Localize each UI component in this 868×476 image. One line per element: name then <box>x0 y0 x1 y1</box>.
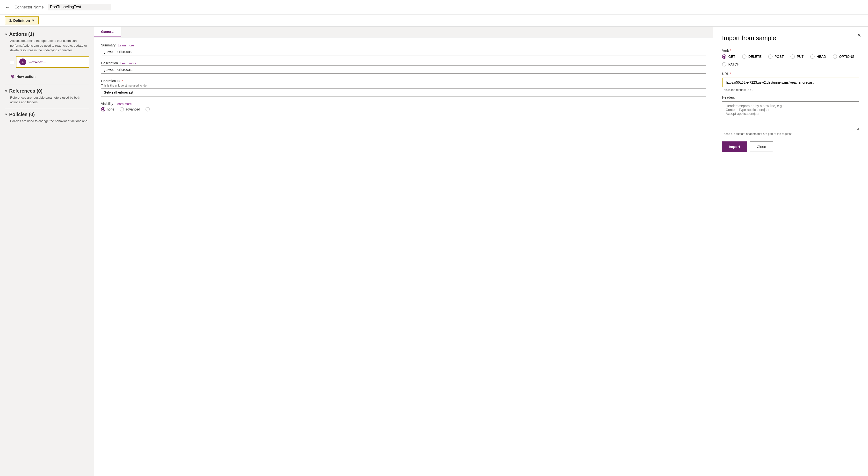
middle-panel: General Summary Learn more Description L… <box>94 27 713 476</box>
headers-section: Headers These are custom headers that ar… <box>722 95 859 136</box>
description-label: Description Learn more <box>101 61 706 65</box>
verb-get[interactable]: GET <box>722 54 735 59</box>
summary-label: Summary Learn more <box>101 43 706 47</box>
close-button[interactable]: Close <box>750 142 773 152</box>
actions-chevron: ∨ <box>5 32 7 36</box>
left-panel: ∨ Actions (1) Actions determine the oper… <box>0 27 94 476</box>
verb-head-radio <box>810 54 815 59</box>
url-label: URL * <box>722 72 859 76</box>
action-number: 1 <box>19 59 26 65</box>
visibility-none[interactable]: none <box>101 107 114 112</box>
summary-learn-more[interactable]: Learn more <box>118 43 134 47</box>
operation-id-hint: This is the unique string used to ide <box>101 84 706 87</box>
operation-id-input[interactable] <box>101 88 706 96</box>
policies-chevron: ∨ <box>5 112 7 116</box>
back-button[interactable]: ← <box>5 4 10 10</box>
verb-delete-radio <box>742 54 746 59</box>
action-menu-icon[interactable]: ··· <box>82 59 86 64</box>
verb-head[interactable]: HEAD <box>810 54 826 59</box>
verb-post-radio <box>768 54 773 59</box>
verb-options[interactable]: OPTIONS <box>833 54 854 59</box>
visibility-row: Visibility Learn more none advanced <box>101 102 706 112</box>
close-panel-button[interactable]: ✕ <box>857 32 861 38</box>
headers-hint: These are custom headers that are part o… <box>722 132 859 136</box>
description-field-row: Description Learn more <box>101 61 706 74</box>
top-bar: ← Connector Name <box>0 0 868 14</box>
actions-description: Actions determine the operations that us… <box>5 38 89 53</box>
references-section-header[interactable]: ∨ References (0) <box>5 88 89 94</box>
new-action-icon: ⊕ <box>10 73 14 80</box>
step-bar: 3. Definition ∨ <box>0 14 868 27</box>
summary-input[interactable] <box>101 48 706 56</box>
url-section: URL * This is the request URL. <box>722 72 859 92</box>
visibility-none-radio <box>101 107 105 112</box>
verb-delete[interactable]: DELETE <box>742 54 762 59</box>
visibility-important[interactable] <box>146 107 151 112</box>
operation-id-field-row: Operation ID * This is the unique string… <box>101 79 706 96</box>
connector-name-label: Connector Name <box>14 5 44 9</box>
panel-title: Import from sample <box>722 34 859 42</box>
step-label: 3. Definition <box>9 19 30 23</box>
verb-options-radio <box>833 54 837 59</box>
verb-section: Verb * GET DELETE POST PUT <box>722 49 859 66</box>
right-panel: Import from sample ✕ Verb * GET DELETE P <box>713 27 868 476</box>
verb-required: * <box>730 49 731 53</box>
references-description: References are reusable parameters used … <box>5 95 89 105</box>
description-input[interactable] <box>101 65 706 74</box>
policies-description: Policies are used to change the behavior… <box>5 119 89 123</box>
verb-put-radio <box>790 54 795 59</box>
policies-section-header[interactable]: ∨ Policies (0) <box>5 112 89 117</box>
main-area: ∨ Actions (1) Actions determine the oper… <box>0 27 868 476</box>
visibility-advanced[interactable]: advanced <box>120 107 140 112</box>
references-title: References (0) <box>9 88 42 94</box>
action-buttons: Import Close <box>722 142 859 152</box>
new-action-label: New action <box>17 75 35 79</box>
verb-patch-radio <box>722 62 726 66</box>
connector-name-input[interactable] <box>48 4 111 10</box>
visibility-important-radio <box>146 107 150 112</box>
verb-patch[interactable]: PATCH <box>722 62 739 66</box>
action-item[interactable]: 1 Getweat... ··· <box>16 56 89 68</box>
visibility-radio-group: none advanced <box>101 107 706 112</box>
visibility-label: Visibility Learn more <box>101 102 706 106</box>
action-checkbox[interactable] <box>10 61 14 65</box>
new-action-button[interactable]: ⊕ New action <box>10 72 89 81</box>
url-hint: This is the request URL. <box>722 88 859 92</box>
description-learn-more[interactable]: Learn more <box>120 61 136 65</box>
step-chevron: ∨ <box>32 19 34 22</box>
summary-field-row: Summary Learn more <box>101 43 706 56</box>
url-required: * <box>730 72 731 76</box>
verb-put[interactable]: PUT <box>790 54 804 59</box>
url-input[interactable] <box>722 78 859 87</box>
verb-post[interactable]: POST <box>768 54 784 59</box>
step-badge[interactable]: 3. Definition ∨ <box>5 17 39 24</box>
tab-general[interactable]: General <box>94 27 121 37</box>
verb-label: Verb * <box>722 49 859 53</box>
headers-label: Headers <box>722 95 859 99</box>
headers-textarea[interactable] <box>722 101 859 130</box>
divider-1 <box>5 85 89 85</box>
visibility-learn-more[interactable]: Learn more <box>116 102 131 106</box>
actions-title: Actions (1) <box>9 31 34 37</box>
import-button[interactable]: Import <box>722 142 747 152</box>
operation-id-required: * <box>122 79 123 83</box>
verb-radio-row: GET DELETE POST PUT HEAD <box>722 54 859 66</box>
visibility-advanced-radio <box>120 107 124 112</box>
operation-id-label: Operation ID * <box>101 79 706 83</box>
actions-section-header[interactable]: ∨ Actions (1) <box>5 31 89 37</box>
verb-get-radio <box>722 54 726 59</box>
action-label: Getweat... <box>29 60 82 64</box>
form-section: Summary Learn more Description Learn mor… <box>94 37 713 123</box>
policies-title: Policies (0) <box>9 112 35 117</box>
action-list: 1 Getweat... ··· ⊕ New action <box>5 56 89 81</box>
references-chevron: ∨ <box>5 89 7 93</box>
tab-bar: General <box>94 27 713 37</box>
